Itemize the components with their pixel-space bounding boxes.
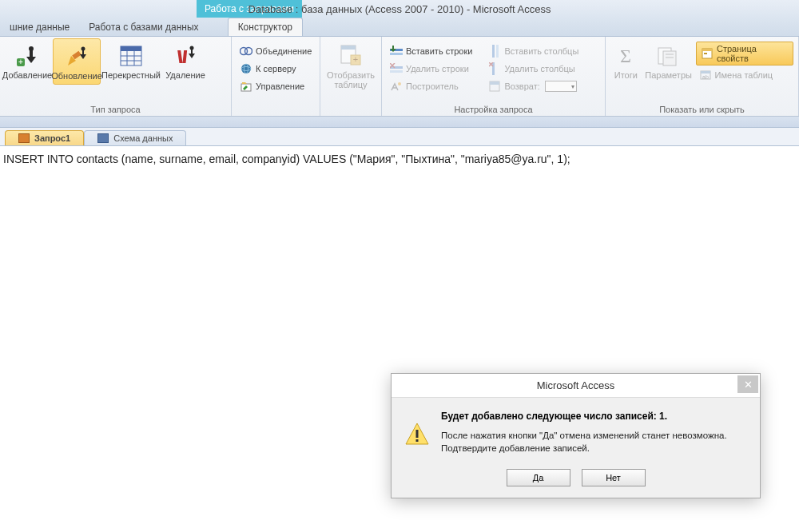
svg-text:Σ: Σ bbox=[620, 46, 631, 66]
doc-separator bbox=[0, 117, 799, 128]
insert-rows-icon bbox=[390, 45, 403, 58]
dialog-title-text: Microsoft Access bbox=[537, 379, 615, 391]
group-label-show-hide: Показать или скрыть bbox=[609, 103, 795, 116]
show-table-button[interactable]: + Отобразить таблицу bbox=[324, 38, 378, 93]
svg-rect-19 bbox=[341, 46, 356, 50]
dialog-title-bar: Microsoft Access ✕ bbox=[392, 374, 760, 398]
tab-designer[interactable]: Конструктор bbox=[228, 18, 303, 36]
svg-rect-44 bbox=[416, 439, 419, 442]
document-tabs: Запрос1 Схема данных bbox=[0, 128, 799, 145]
svg-text:+: + bbox=[18, 58, 23, 66]
parameters-icon bbox=[657, 42, 681, 70]
delete-rows-icon bbox=[390, 62, 403, 75]
doc-tab-schema[interactable]: Схема данных bbox=[84, 130, 186, 145]
delete-query-button[interactable]: Удаление bbox=[161, 38, 209, 83]
tab-external-data[interactable]: шние данные bbox=[0, 18, 79, 36]
crosstab-query-button[interactable]: Перекрестный bbox=[102, 38, 160, 83]
group-label-query-setup: Настройка запроса bbox=[385, 103, 602, 116]
append-label: Добавление bbox=[2, 70, 52, 80]
builder-button[interactable]: Построитель bbox=[387, 78, 475, 94]
manage-label: Управление bbox=[256, 81, 304, 91]
svg-rect-43 bbox=[416, 430, 419, 438]
table-names-icon: ab bbox=[699, 69, 712, 81]
globe-icon bbox=[240, 62, 252, 75]
dialog-headline: Будет добавлено следующее число записей:… bbox=[441, 411, 747, 422]
svg-text:ab: ab bbox=[702, 74, 709, 80]
params-label: Параметры bbox=[645, 70, 692, 80]
insert-columns-button[interactable]: Вставить столбцы bbox=[485, 43, 582, 59]
svg-rect-6 bbox=[121, 46, 141, 51]
doc-tab-query1-label: Запрос1 bbox=[34, 133, 70, 143]
group-label-query-type: Тип запроса bbox=[3, 103, 228, 116]
update-label: Обновление bbox=[51, 71, 102, 81]
svg-rect-27 bbox=[492, 45, 495, 58]
delete-rows-button[interactable]: Удалить строки bbox=[387, 61, 475, 77]
svg-point-26 bbox=[398, 82, 401, 85]
delete-cols-icon bbox=[488, 62, 501, 75]
delete-label: Удаление bbox=[165, 70, 205, 80]
warning-icon bbox=[404, 422, 430, 447]
window-title: Database : база данных (Access 2007 - 20… bbox=[248, 3, 551, 15]
parameters-button[interactable]: Параметры bbox=[645, 38, 693, 83]
sigma-icon: Σ bbox=[616, 42, 635, 70]
svg-point-11 bbox=[190, 46, 194, 50]
totals-label: Итоги bbox=[614, 70, 638, 80]
svg-rect-28 bbox=[496, 45, 499, 58]
svg-rect-34 bbox=[663, 51, 676, 66]
svg-point-13 bbox=[245, 48, 252, 55]
manage-icon bbox=[240, 80, 252, 93]
ribbon-tab-strip: шние данные Работа с базами данных Конст… bbox=[0, 18, 799, 37]
svg-rect-3 bbox=[72, 51, 81, 60]
svg-text:+: + bbox=[353, 54, 358, 64]
delete-columns-button[interactable]: Удалить столбцы bbox=[485, 61, 582, 77]
union-button[interactable]: Объединение bbox=[237, 43, 315, 59]
totals-button[interactable]: Σ Итоги bbox=[609, 38, 643, 83]
insert-cols-label: Вставить столбцы bbox=[504, 46, 578, 56]
property-sheet-label: Страница свойств bbox=[717, 44, 788, 63]
show-table-label: Отобразить таблицу bbox=[325, 70, 376, 89]
return-button[interactable]: Возврат: ▾ bbox=[485, 78, 582, 94]
dialog-close-button[interactable]: ✕ bbox=[737, 375, 758, 393]
svg-rect-39 bbox=[704, 53, 707, 54]
query-icon bbox=[18, 133, 30, 143]
close-icon: ✕ bbox=[744, 379, 753, 391]
passthrough-button[interactable]: К серверу bbox=[237, 61, 315, 77]
property-sheet-icon bbox=[702, 47, 714, 60]
update-query-button[interactable]: Обновление bbox=[53, 38, 101, 85]
svg-rect-25 bbox=[390, 70, 403, 73]
tab-database-tools[interactable]: Работа с базами данных bbox=[79, 18, 208, 36]
ribbon: + Добавление Обновление Перекрестный bbox=[0, 37, 799, 117]
table-names-button[interactable]: ab Имена таблиц bbox=[696, 67, 793, 83]
crosstab-label: Перекрестный bbox=[101, 70, 161, 80]
dialog-no-button[interactable]: Нет bbox=[582, 469, 646, 486]
dialog-yes-button[interactable]: Да bbox=[507, 469, 570, 486]
delete-cols-label: Удалить столбцы bbox=[504, 64, 574, 73]
svg-rect-38 bbox=[702, 49, 712, 51]
insert-cols-icon bbox=[488, 45, 501, 58]
data-definition-button[interactable]: Управление bbox=[237, 78, 315, 94]
builder-icon bbox=[390, 80, 403, 93]
show-table-icon: + bbox=[338, 42, 364, 70]
svg-rect-41 bbox=[701, 71, 710, 73]
union-label: Объединение bbox=[256, 46, 312, 56]
crosstab-icon bbox=[119, 42, 143, 70]
property-sheet-button[interactable]: Страница свойств bbox=[696, 42, 793, 66]
dialog-msg-line1: После нажатия кнопки "Да" отмена изменен… bbox=[441, 430, 747, 443]
passthrough-label: К серверу bbox=[256, 64, 296, 73]
insert-rows-button[interactable]: Вставить строки bbox=[387, 43, 475, 59]
update-icon bbox=[65, 42, 89, 71]
svg-rect-31 bbox=[490, 81, 499, 85]
schema-icon bbox=[97, 133, 109, 143]
confirm-dialog: Microsoft Access ✕ Будет добавлено следу… bbox=[391, 373, 761, 498]
doc-tab-query1[interactable]: Запрос1 bbox=[5, 130, 84, 145]
append-icon: + bbox=[15, 42, 39, 70]
insert-rows-label: Вставить строки bbox=[406, 46, 472, 56]
return-label: Возврат: bbox=[504, 81, 539, 91]
return-icon bbox=[488, 80, 501, 93]
svg-rect-23 bbox=[390, 53, 403, 55]
svg-rect-29 bbox=[492, 62, 495, 75]
svg-point-2 bbox=[29, 46, 34, 51]
builder-label: Построитель bbox=[406, 81, 459, 91]
union-icon bbox=[240, 45, 252, 58]
append-query-button[interactable]: + Добавление bbox=[3, 38, 51, 83]
